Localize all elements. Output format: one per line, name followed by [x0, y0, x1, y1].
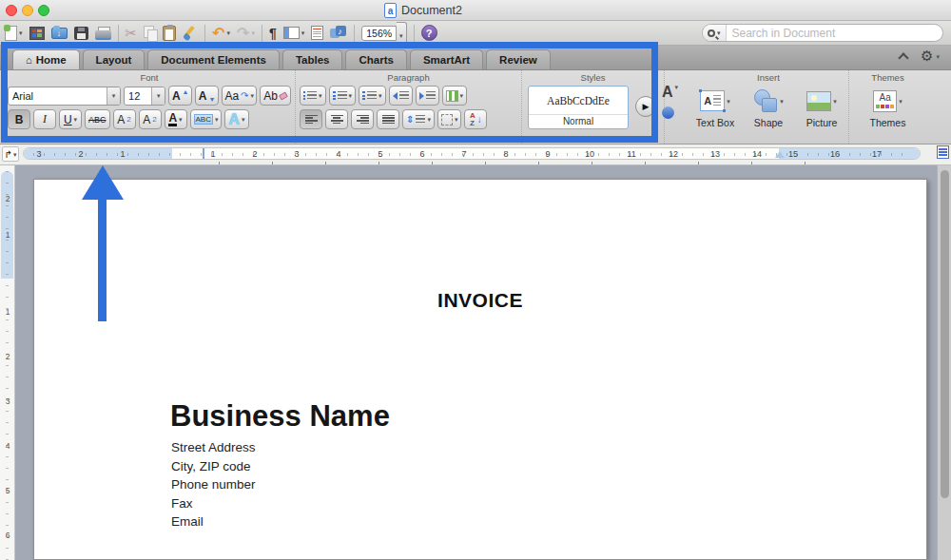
dropdown-arrow-icon[interactable]: ▾	[378, 92, 382, 99]
underline-button[interactable]: U▾	[59, 109, 82, 129]
dropdown-arrow-icon[interactable]: ▾	[833, 98, 837, 105]
font-name-combo[interactable]: Arial ▾	[8, 87, 121, 106]
address-line[interactable]: Fax	[171, 494, 256, 513]
address-line[interactable]: City, ZIP code	[171, 457, 256, 476]
insert-textbox-button[interactable]: A▾ Text Box	[690, 87, 740, 128]
font-size-value[interactable]: 12	[125, 90, 151, 102]
font-name-value[interactable]: Arial	[9, 90, 107, 102]
dropdown-arrow-icon[interactable]: ▾	[675, 84, 679, 90]
bullets-button[interactable]: ▾	[300, 86, 326, 106]
clear-formatting-button[interactable]: Ab	[260, 86, 291, 106]
elements-gallery-icon[interactable]	[29, 27, 45, 40]
vertical-scrollbar[interactable]	[937, 165, 951, 560]
highlight-button[interactable]: ABC▾	[190, 109, 223, 129]
undo-button[interactable]: ↶▾	[212, 26, 230, 41]
dropdown-arrow-icon[interactable]: ▾	[780, 98, 784, 105]
bold-button[interactable]: B	[8, 109, 30, 129]
dropdown-arrow-icon[interactable]: ▾	[349, 92, 353, 99]
tab-stop-selector[interactable]: ↱▾	[2, 146, 19, 162]
dropdown-arrow-icon[interactable]: ▾	[215, 116, 219, 123]
multilevel-list-button[interactable]: ▾	[359, 86, 386, 106]
zoom-control[interactable]: 156% ▾	[361, 22, 406, 45]
sort-button[interactable]: AZ↓	[464, 109, 487, 129]
insert-shape-button[interactable]: ▾ Shape	[744, 87, 793, 128]
dropdown-arrow-icon[interactable]: ▾	[427, 116, 431, 123]
paste-icon[interactable]	[163, 26, 176, 41]
dropdown-arrow-icon[interactable]: ▾	[319, 92, 322, 99]
style-preview[interactable]: AaBbCcDdEe Normal	[528, 86, 629, 129]
show-formatting-marks-button[interactable]: ¶	[269, 26, 277, 41]
address-block[interactable]: Street AddressCity, ZIP codePhone number…	[171, 438, 256, 531]
address-line[interactable]: Street Address	[171, 438, 256, 457]
ruler-toggle-icon[interactable]	[937, 145, 949, 159]
address-line[interactable]: Phone number	[171, 475, 256, 494]
search-scope-button[interactable]: ▾	[703, 25, 727, 41]
dropdown-arrow-icon[interactable]: ▾	[301, 29, 305, 36]
italic-button[interactable]: I	[33, 109, 56, 129]
print-icon[interactable]	[95, 27, 111, 39]
right-indent-marker[interactable]	[775, 151, 785, 158]
ribbon-tab[interactable]: ⌂ Home	[12, 49, 80, 69]
styles-expand-button[interactable]: ▶	[635, 96, 656, 117]
search-box[interactable]: ▾	[702, 24, 943, 42]
dropdown-arrow-icon[interactable]: ▾	[455, 116, 458, 123]
dropdown-arrow-icon[interactable]: ▾	[250, 92, 254, 99]
quick-style-icon[interactable]	[662, 106, 674, 119]
dropdown-arrow-icon[interactable]: ▾	[227, 29, 231, 36]
shrink-font-button[interactable]: A▼	[195, 86, 219, 106]
format-painter-icon[interactable]	[183, 26, 198, 41]
text-effect-style-button[interactable]: A▾	[662, 84, 678, 101]
grow-font-button[interactable]: A▲	[168, 86, 192, 106]
ribbon-tab[interactable]: ⌂ Document Elements	[147, 49, 280, 69]
align-center-button[interactable]	[325, 109, 348, 129]
view-layout-button[interactable]: ▾	[283, 27, 305, 39]
ribbon-tab[interactable]: ⌂ Tables	[282, 49, 343, 69]
dropdown-arrow-icon[interactable]: ▾	[460, 92, 464, 99]
align-right-button[interactable]	[351, 109, 374, 129]
increase-indent-button[interactable]	[416, 86, 439, 106]
themes-button[interactable]: Aa▾ Themes	[864, 87, 913, 128]
collapse-ribbon-icon[interactable]	[898, 52, 908, 63]
ribbon-tab[interactable]: ⌂ SmartArt	[410, 49, 483, 69]
save-icon[interactable]	[74, 27, 88, 40]
align-left-button[interactable]	[300, 109, 322, 129]
font-size-combo[interactable]: 12 ▾	[124, 87, 165, 106]
media-browser-icon[interactable]: ♪	[330, 26, 347, 40]
dropdown-arrow-icon[interactable]: ▾	[899, 98, 902, 105]
justify-button[interactable]	[377, 109, 399, 129]
borders-button[interactable]: ▾	[437, 109, 462, 129]
show-styles-icon[interactable]	[311, 26, 323, 40]
line-spacing-button[interactable]: ⇕▾	[402, 109, 435, 129]
numbering-button[interactable]: ▾	[329, 86, 357, 106]
search-input[interactable]	[727, 27, 942, 40]
zoom-dropdown[interactable]: ▾	[397, 22, 407, 45]
ribbon-tab[interactable]: ⌂ Charts	[345, 49, 406, 69]
insert-picture-button[interactable]: ▾ Picture	[797, 87, 846, 128]
columns-button[interactable]: ▾	[442, 86, 468, 106]
address-line[interactable]: Email	[171, 512, 256, 531]
dropdown-arrow-icon[interactable]: ▾	[19, 29, 23, 36]
new-document-button[interactable]: ▾	[5, 26, 23, 41]
dropdown-arrow-icon[interactable]: ▾	[242, 116, 245, 123]
decrease-indent-button[interactable]	[389, 86, 413, 106]
subscript-button[interactable]: A2	[139, 109, 162, 129]
business-name-text[interactable]: Business Name	[170, 399, 390, 434]
open-icon[interactable]: ↓	[51, 28, 68, 39]
dropdown-arrow-icon[interactable]: ▾	[936, 53, 940, 60]
ribbon-tab[interactable]: ⌂ Review	[486, 49, 551, 69]
dropdown-arrow-icon[interactable]: ▾	[727, 98, 730, 105]
dropdown-arrow-icon[interactable]: ▾	[74, 116, 78, 123]
change-case-button[interactable]: Aa↷▾	[222, 86, 257, 106]
document-page[interactable]: INVOICE Business Name Street AddressCity…	[33, 179, 927, 560]
invoice-title[interactable]: INVOICE	[34, 289, 926, 312]
superscript-button[interactable]: A2	[113, 109, 136, 129]
font-size-dropdown[interactable]: ▾	[151, 87, 165, 105]
horizontal-ruler[interactable]: 321 1234567891011121314 151617	[23, 147, 921, 160]
zoom-value[interactable]: 156%	[361, 26, 397, 41]
dropdown-arrow-icon[interactable]: ▾	[717, 29, 721, 36]
ribbon-tab[interactable]: ⌂ Layout	[83, 49, 146, 69]
ribbon-settings-button[interactable]: ⚙▾	[921, 48, 940, 65]
font-color-button[interactable]: A▾	[165, 109, 187, 129]
help-button[interactable]: ?	[421, 25, 437, 41]
dropdown-arrow-icon[interactable]: ▾	[179, 116, 183, 123]
